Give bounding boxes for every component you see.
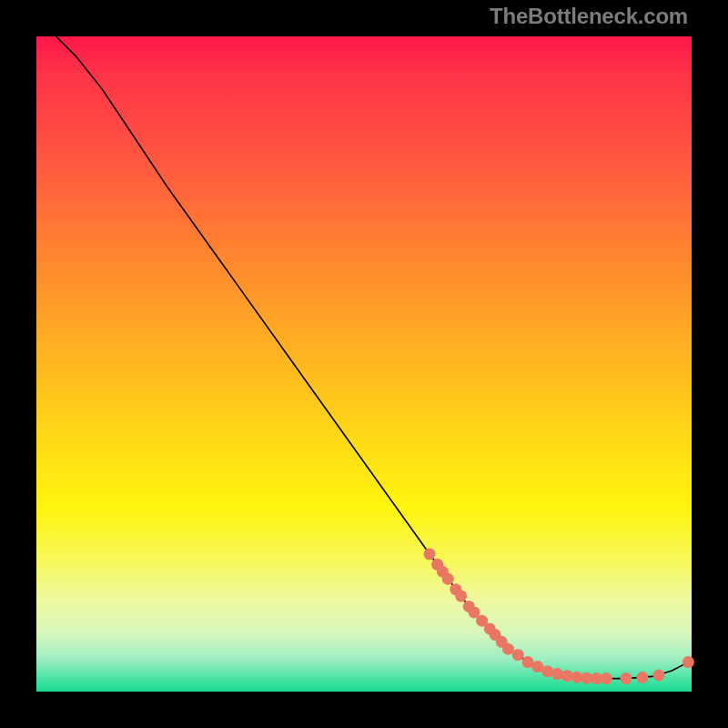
data-marker — [653, 670, 665, 682]
data-marker — [455, 590, 467, 602]
data-marker — [601, 672, 612, 684]
data-marker — [551, 668, 563, 680]
curve-line — [56, 36, 689, 679]
data-marker — [442, 573, 454, 585]
data-marker — [512, 649, 524, 661]
data-marker — [502, 643, 514, 655]
data-marker — [682, 656, 694, 668]
data-marker — [424, 548, 436, 560]
chart-stage: TheBottleneck.com — [0, 0, 728, 728]
data-marker — [621, 672, 632, 684]
chart-overlay — [36, 36, 692, 692]
data-markers — [424, 548, 694, 684]
data-marker — [637, 672, 649, 683]
watermark-text: TheBottleneck.com — [490, 4, 688, 29]
